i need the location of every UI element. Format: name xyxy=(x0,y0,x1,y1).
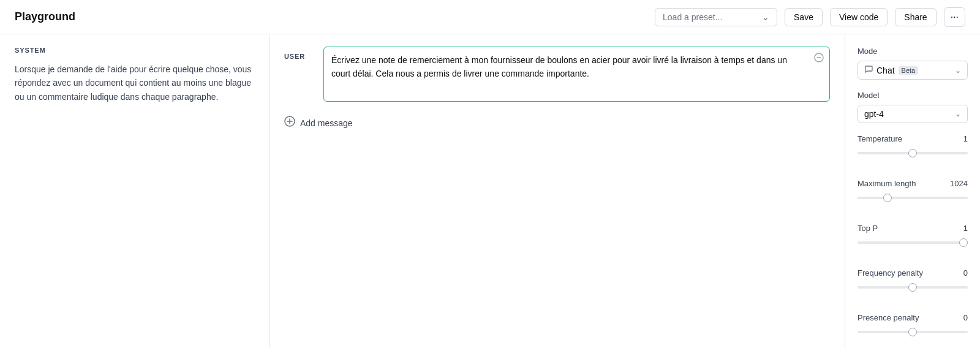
presence-label: Presence penalty xyxy=(858,313,919,322)
view-code-button[interactable]: View code xyxy=(830,8,888,26)
frequency-label: Frequency penalty xyxy=(858,268,923,278)
add-message-icon xyxy=(284,116,295,130)
preset-placeholder: Load a preset... xyxy=(663,12,722,22)
frequency-row: Frequency penalty 0 xyxy=(858,268,968,278)
temperature-slider-container xyxy=(858,147,968,159)
system-panel: SYSTEM Lorsque je demande de l'aide pour… xyxy=(0,34,270,348)
mode-left: Chat Beta xyxy=(864,65,918,75)
page-title: Playground xyxy=(15,10,647,23)
add-message-button[interactable]: Add message xyxy=(284,113,830,132)
mode-selector[interactable]: Chat Beta ⌄ xyxy=(858,61,968,80)
temperature-section: Temperature 1 xyxy=(858,134,968,168)
remove-icon xyxy=(814,53,824,62)
add-message-label: Add message xyxy=(300,118,353,128)
top-p-value: 1 xyxy=(963,224,968,233)
right-panel: Mode Chat Beta ⌄ Model gpt-4 ⌄ xyxy=(845,34,980,348)
message-remove-button[interactable] xyxy=(813,51,825,66)
more-options-button[interactable]: ··· xyxy=(944,7,965,27)
presence-section: Presence penalty 0 xyxy=(858,313,968,347)
frequency-slider[interactable] xyxy=(858,286,968,289)
max-length-value: 1024 xyxy=(950,179,968,188)
model-chevron-icon: ⌄ xyxy=(955,110,961,118)
model-label: Model xyxy=(858,91,968,100)
topbar: Playground Load a preset... ⌄ Save View … xyxy=(0,0,980,34)
chat-bubble-icon xyxy=(864,65,873,75)
chevron-down-icon: ⌄ xyxy=(762,12,769,22)
message-row: USER Écrivez une note de remerciement à … xyxy=(284,47,830,104)
frequency-section: Frequency penalty 0 xyxy=(858,268,968,302)
presence-row: Presence penalty 0 xyxy=(858,313,968,322)
main-content: SYSTEM Lorsque je demande de l'aide pour… xyxy=(0,34,980,348)
message-content: Écrivez une note de remerciement à mon f… xyxy=(323,47,830,104)
top-p-slider[interactable] xyxy=(858,241,968,244)
top-p-label: Top P xyxy=(858,224,878,233)
max-length-slider[interactable] xyxy=(858,197,968,199)
chat-panel: USER Écrivez une note de remerciement à … xyxy=(270,34,845,348)
temperature-label: Temperature xyxy=(858,134,902,143)
presence-slider-container xyxy=(858,326,968,338)
temperature-row: Temperature 1 xyxy=(858,134,968,143)
presence-slider[interactable] xyxy=(858,331,968,333)
model-selector[interactable]: gpt-4 ⌄ xyxy=(858,105,968,123)
preset-dropdown[interactable]: Load a preset... ⌄ xyxy=(655,8,777,26)
message-role-user: USER xyxy=(284,47,314,60)
max-length-row: Maximum length 1024 xyxy=(858,179,968,188)
max-length-slider-container xyxy=(858,192,968,204)
message-textarea[interactable]: Écrivez une note de remerciement à mon f… xyxy=(323,47,830,102)
top-p-section: Top P 1 xyxy=(858,224,968,257)
top-p-slider-container xyxy=(858,236,968,249)
top-p-row: Top P 1 xyxy=(858,224,968,233)
temperature-value: 1 xyxy=(963,134,968,143)
system-text: Lorsque je demande de l'aide pour écrire… xyxy=(15,62,254,104)
mode-label: Mode xyxy=(858,47,968,56)
mode-value: Chat xyxy=(876,66,895,75)
presence-value: 0 xyxy=(963,313,968,322)
temperature-slider[interactable] xyxy=(858,152,968,154)
save-button[interactable]: Save xyxy=(785,8,823,26)
beta-badge: Beta xyxy=(899,66,919,75)
frequency-value: 0 xyxy=(963,268,968,278)
frequency-slider-container xyxy=(858,281,968,293)
mode-section: Mode Chat Beta ⌄ xyxy=(858,47,968,80)
max-length-label: Maximum length xyxy=(858,179,916,188)
model-value: gpt-4 xyxy=(864,109,884,119)
model-section: Model gpt-4 ⌄ xyxy=(858,91,968,123)
share-button[interactable]: Share xyxy=(895,8,936,26)
mode-chevron-icon: ⌄ xyxy=(955,66,961,75)
system-label: SYSTEM xyxy=(15,47,254,54)
max-length-section: Maximum length 1024 xyxy=(858,179,968,213)
